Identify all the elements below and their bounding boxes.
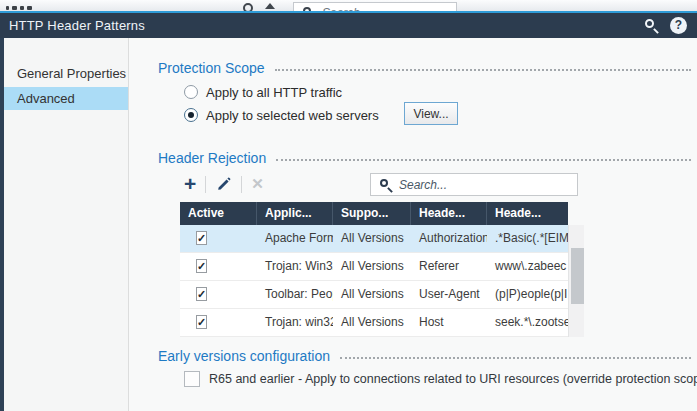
search-icon xyxy=(380,179,388,187)
radio-label[interactable]: Apply to all HTTP traffic xyxy=(206,85,342,100)
search-stem xyxy=(653,28,659,34)
early-versions-option[interactable]: R65 and earlier - Apply to connections r… xyxy=(184,369,697,389)
active-checkbox[interactable]: ✓ xyxy=(196,231,207,245)
cell-header-name: Authorization xyxy=(411,225,487,252)
table-row[interactable]: ✓ Apache Form All Versions Authorization… xyxy=(180,225,568,253)
cell-header-value: seek.*\.zootse xyxy=(487,309,568,336)
search-input[interactable] xyxy=(399,175,574,194)
table-row[interactable]: ✓ Toolbar: Peop All Versions User-Agent … xyxy=(180,281,568,309)
scrollbar-thumb[interactable] xyxy=(571,248,584,304)
help-icon[interactable]: ? xyxy=(670,17,687,34)
header-rejection-table: Active Applic... Suppo... Heade... Heade… xyxy=(180,202,584,337)
option-apply-selected-servers[interactable]: Apply to selected web servers xyxy=(184,105,379,125)
dotted-divider xyxy=(276,159,691,161)
table-row[interactable]: ✓ Trojan: win32 All Versions Host seek.*… xyxy=(180,309,568,337)
cell-support: All Versions xyxy=(333,309,411,336)
column-header-active[interactable]: Active xyxy=(180,202,257,225)
cell-application: Trojan: win32 xyxy=(257,309,333,336)
dialog-title: HTTP Header Patterns xyxy=(9,18,145,33)
cell-application: Toolbar: Peop xyxy=(257,281,333,308)
clipped-text-fragment xyxy=(20,6,24,10)
column-header-support[interactable]: Suppo... xyxy=(333,202,411,225)
column-header-header-name[interactable]: Heade... xyxy=(411,202,487,225)
search-lens xyxy=(645,19,654,28)
section-title: Early versions configuration xyxy=(158,348,330,364)
section-title: Protection Scope xyxy=(158,60,265,76)
active-checkbox[interactable]: ✓ xyxy=(196,287,207,301)
header-rejection-toolbar: + ✕ xyxy=(184,172,264,196)
table-header-row: Active Applic... Suppo... Heade... Heade… xyxy=(180,202,568,225)
active-checkbox[interactable]: ✓ xyxy=(196,259,207,273)
section-title: Header Rejection xyxy=(158,150,266,166)
background-search-placeholder: Search... xyxy=(322,6,370,13)
add-icon[interactable]: + xyxy=(184,173,196,195)
clipped-text-fragment xyxy=(6,6,9,10)
section-early-versions: Early versions configuration xyxy=(158,347,691,365)
edit-icon[interactable] xyxy=(215,176,232,193)
column-header-application[interactable]: Applic... xyxy=(257,202,333,225)
sidebar-item-advanced[interactable]: Advanced xyxy=(4,87,128,110)
cell-header-value: .*Basic(.*[EIM xyxy=(487,225,568,252)
delete-icon[interactable]: ✕ xyxy=(251,175,264,193)
dialog-titlebar: HTTP Header Patterns ? xyxy=(0,13,697,38)
up-arrow-icon[interactable] xyxy=(265,3,275,9)
section-header-rejection: Header Rejection xyxy=(158,149,691,167)
active-checkbox[interactable]: ✓ xyxy=(196,315,207,329)
search-icon-stem xyxy=(387,187,393,193)
toolbar-separator xyxy=(205,176,206,193)
gear-icon[interactable] xyxy=(243,3,253,13)
radio-apply-selected-servers[interactable] xyxy=(184,108,198,122)
background-search-field[interactable]: Search... xyxy=(293,2,457,13)
column-header-header-value[interactable]: Heade... xyxy=(487,202,568,225)
dotted-divider xyxy=(275,69,691,71)
radio-label[interactable]: Apply to selected web servers xyxy=(206,108,379,123)
cell-header-name: User-Agent xyxy=(411,281,487,308)
cell-header-name: Referer xyxy=(411,253,487,280)
cell-support: All Versions xyxy=(333,225,411,252)
sidebar: General Properties Advanced xyxy=(4,38,129,411)
search-icon[interactable] xyxy=(643,17,661,35)
cell-header-name: Host xyxy=(411,309,487,336)
checkbox-label[interactable]: R65 and earlier - Apply to connections r… xyxy=(209,372,697,386)
dialog-body: General Properties Advanced Protection S… xyxy=(0,38,697,411)
r65-checkbox[interactable] xyxy=(184,371,200,387)
cell-support: All Versions xyxy=(333,253,411,280)
option-apply-all-http[interactable]: Apply to all HTTP traffic xyxy=(184,82,342,102)
view-button[interactable]: View... xyxy=(404,102,458,125)
dotted-divider xyxy=(340,357,691,359)
sidebar-item-general-properties[interactable]: General Properties xyxy=(4,62,128,85)
cell-application: Trojan: Win32 xyxy=(257,253,333,280)
radio-apply-all-http[interactable] xyxy=(184,85,198,99)
table-row[interactable]: ✓ Trojan: Win32 All Versions Referer www… xyxy=(180,253,568,281)
background-window-strip: Search... xyxy=(0,0,697,13)
clipped-text-fragment xyxy=(27,6,32,10)
table-search-field[interactable] xyxy=(370,173,578,196)
cell-application: Apache Form xyxy=(257,225,333,252)
cell-header-value: www\.zabeec xyxy=(487,253,568,280)
cell-header-value: (p|P)eople(p|I xyxy=(487,281,568,308)
section-protection-scope: Protection Scope xyxy=(158,59,691,77)
cell-support: All Versions xyxy=(333,281,411,308)
vertical-scrollbar[interactable] xyxy=(568,225,584,337)
toolbar-separator xyxy=(241,176,242,193)
clipped-text-fragment xyxy=(12,6,17,10)
